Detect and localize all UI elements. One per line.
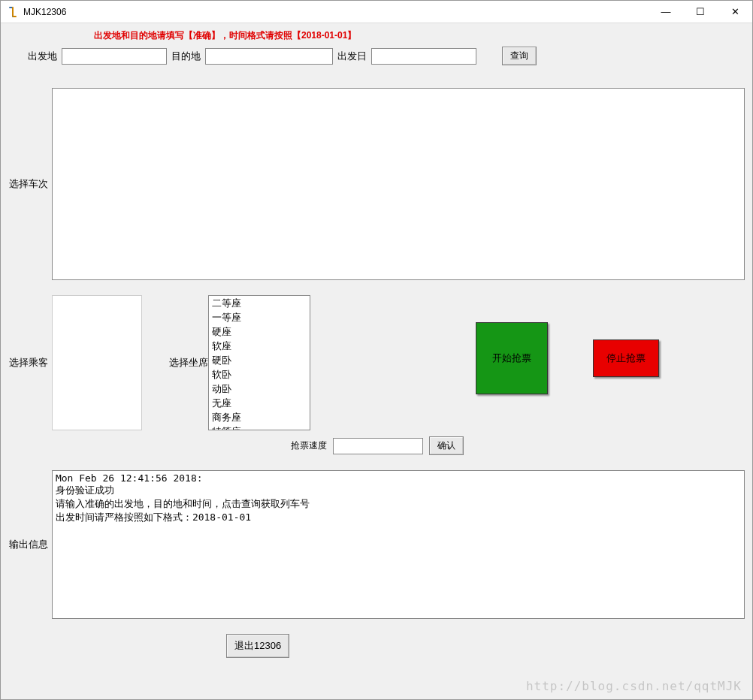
query-button[interactable]: 查询 (502, 47, 537, 65)
minimize-button[interactable]: — (649, 1, 683, 23)
output-section: 输出信息 Mon Feb 26 12:41:56 2018: 身份验证成功 请输… (5, 470, 745, 619)
window-title: MJK12306 (23, 7, 66, 17)
start-grab-button[interactable]: 开始抢票 (476, 322, 548, 394)
seat-option[interactable]: 无座 (209, 396, 310, 410)
departure-input[interactable] (62, 48, 167, 65)
date-input[interactable] (371, 48, 476, 65)
titlebar: MJK12306 — ☐ ✕ (1, 1, 752, 23)
seat-option[interactable]: 硬卧 (209, 353, 310, 367)
exit-row: 退出12306 (226, 634, 745, 658)
passenger-label: 选择乘客 (5, 356, 52, 370)
maximize-button[interactable]: ☐ (683, 1, 718, 23)
output-label: 输出信息 (5, 470, 52, 619)
speed-row: 抢票速度 确认 (291, 436, 745, 455)
date-label: 出发日 (337, 50, 367, 63)
destination-input[interactable] (205, 48, 333, 65)
speed-label: 抢票速度 (291, 439, 327, 452)
departure-label: 出发地 (28, 50, 57, 63)
train-section: 选择车次 (5, 88, 745, 280)
watermark-text: http://blog.csdn.net/qqtMJK (526, 679, 742, 693)
seat-option[interactable]: 动卧 (209, 382, 310, 396)
speed-input[interactable] (333, 438, 423, 454)
seat-option[interactable]: 商务座 (209, 410, 310, 424)
seat-listbox[interactable]: 二等座 一等座 硬座 软座 硬卧 软卧 动卧 无座 商务座 特等座 (208, 295, 310, 430)
app-window: MJK12306 — ☐ ✕ 出发地和目的地请填写【准确】，时间格式请按照【20… (0, 0, 753, 700)
speed-confirm-button[interactable]: 确认 (429, 436, 464, 455)
seat-option[interactable]: 特等座 (209, 424, 310, 430)
passenger-listbox[interactable] (52, 295, 142, 430)
middle-row: 选择乘客 选择坐席 二等座 一等座 硬座 软座 硬卧 软卧 动卧 无座 商务座 … (5, 295, 745, 430)
instruction-text: 出发地和目的地请填写【准确】，时间格式请按照【2018-01-01】 (94, 29, 745, 42)
seat-option[interactable]: 软卧 (209, 367, 310, 382)
stop-grab-button[interactable]: 停止抢票 (593, 339, 659, 377)
action-column: 开始抢票 停止抢票 (315, 295, 745, 411)
close-button[interactable]: ✕ (718, 1, 752, 23)
seat-option[interactable]: 二等座 (209, 296, 310, 310)
app-icon (7, 6, 19, 18)
seat-option[interactable]: 一等座 (209, 310, 310, 324)
seat-label: 选择坐席 (169, 356, 208, 370)
exit-button[interactable]: 退出12306 (226, 634, 289, 658)
content-area: 出发地和目的地请填写【准确】，时间格式请按照【2018-01-01】 出发地 目… (1, 23, 752, 699)
seat-option[interactable]: 软座 (209, 339, 310, 353)
search-row: 出发地 目的地 出发日 查询 (28, 47, 745, 65)
train-listbox[interactable] (52, 88, 745, 280)
output-textbox[interactable]: Mon Feb 26 12:41:56 2018: 身份验证成功 请输入准确的出… (52, 470, 745, 619)
seat-option[interactable]: 硬座 (209, 324, 310, 339)
destination-label: 目的地 (171, 50, 201, 63)
train-label: 选择车次 (5, 88, 52, 280)
